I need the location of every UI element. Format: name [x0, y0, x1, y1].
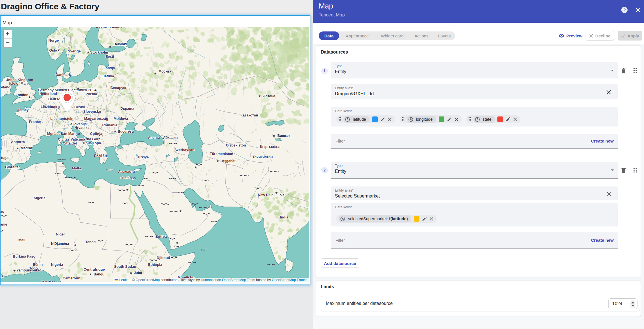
svg-text:Jersey: Jersey [17, 108, 29, 112]
svg-text:Polska: Polska [86, 92, 98, 96]
svg-text:Точикистон: Точикистон [252, 155, 273, 159]
svg-text:Monaco: Monaco [47, 132, 61, 136]
svg-text:Aşgabat: Aşgabat [222, 159, 236, 163]
svg-text:Mauritanie: Mauritanie [1, 222, 7, 226]
svg-text:Slovenija: Slovenija [71, 122, 87, 126]
svg-text:Civitas Vaticana: Civitas Vaticana [58, 137, 85, 141]
svg-text:London: London [16, 93, 28, 97]
svg-text:Bucureşti: Bucureşti [118, 130, 134, 133]
svg-text:Bangui: Bangui [94, 272, 105, 276]
svg-text:Suomi / Finland: Suomi / Finland [96, 27, 123, 29]
svg-text:Isle of Man: Isle of Man [9, 82, 28, 86]
svg-text:Кыргызстан: Кыргызстан [260, 145, 282, 149]
svg-text:Helsinki: Helsinki [113, 42, 127, 46]
svg-text:Апсны - Абхазия: Апсны - Абхазия [148, 136, 178, 140]
svg-text:Liberia: Liberia [1, 274, 4, 278]
svg-text:Беларусь: Беларусь [110, 86, 127, 90]
svg-text:Türkmenistan: Türkmenistan [210, 152, 233, 156]
svg-text:New Delhi: New Delhi [258, 193, 275, 197]
svg-text:Norge: Norge [48, 39, 59, 43]
svg-text:Türkiye: Türkiye [136, 155, 149, 159]
svg-text:South Sudan: South Sudan [114, 265, 136, 269]
svg-text:Crna Gora /: Crna Gora / [83, 137, 103, 141]
svg-text:Ireland: Ireland [1, 85, 10, 89]
svg-text:O'zbekiston: O'zbekiston [226, 143, 246, 147]
svg-text:Danmark: Danmark [56, 73, 71, 77]
svg-text:Gibraltar: Gibraltar [5, 165, 20, 169]
svg-text:Yamoussoukro: Yamoussoukro [16, 268, 42, 272]
svg-text:Hrvatska: Hrvatska [74, 126, 90, 130]
svg-text:Lëtzebuerg: Lëtzebuerg [41, 105, 60, 109]
svg-text:- Lefkoşa: - Lefkoşa [120, 176, 136, 180]
svg-text:A: A [342, 217, 344, 220]
svg-text:Portugal: Portugal [1, 156, 10, 160]
svg-text:Казакстан: Казакстан [240, 113, 258, 117]
svg-text:Mali: Mali [18, 238, 26, 242]
svg-text:Germany Munich Electronica 202: Germany Munich Electronica 2024 [38, 88, 97, 92]
svg-text:România: România [102, 123, 117, 127]
svg-text:Tchad: Tchad [85, 240, 96, 244]
svg-text:Liechtenstein: Liechtenstein [50, 117, 73, 121]
svg-text:Црна Гора: Црна Гора [83, 141, 101, 145]
svg-text:Cameroun: Cameroun [63, 276, 80, 280]
svg-text:Malabo: Malabo [41, 280, 54, 282]
svg-text:Magyarország: Magyarország [84, 117, 108, 121]
svg-text:N'Djaména: N'Djaména [51, 242, 69, 246]
svg-text:Lietuva: Lietuva [102, 74, 114, 78]
svg-text:United Kingdom: United Kingdom [5, 78, 33, 82]
svg-text:- Città del: - Città del [60, 141, 77, 145]
svg-text:Madrid: Madrid [21, 146, 32, 150]
svg-text:Србија: Србија [90, 132, 103, 136]
svg-text:Eritrea: Eritrea [155, 235, 167, 239]
svg-text:A: A [410, 118, 412, 121]
svg-text:Maroc: Maroc [1, 210, 4, 214]
svg-text:Астана: Астана [263, 94, 275, 98]
svg-text:Nigeria: Nigeria [51, 263, 64, 267]
svg-text:A: A [476, 118, 478, 121]
svg-text:Nederland: Nederland [39, 92, 57, 96]
svg-text:Λευκωσία: Λευκωσία [118, 170, 135, 174]
svg-text:Москва: Москва [159, 69, 171, 73]
svg-text:Malta: Malta [72, 166, 81, 170]
svg-text:Juba: Juba [134, 271, 142, 275]
svg-text:Бишкек: Бишкек [277, 134, 291, 138]
svg-text:Eesti: Eesti [105, 55, 114, 59]
svg-text:Oslo: Oslo [49, 48, 57, 52]
svg-text:A: A [347, 118, 349, 121]
svg-text:Sverige: Sverige [68, 49, 81, 53]
svg-text:India: India [280, 215, 288, 219]
svg-text:Niger: Niger [56, 232, 65, 236]
svg-text:Stockholm: Stockholm [90, 50, 108, 54]
svg-text:Andorra: Andorra [11, 140, 25, 144]
svg-text:Ελλάδα: Ελλάδα [94, 154, 107, 158]
svg-text:Moldova: Moldova [113, 117, 128, 121]
svg-text:Ethiopia: Ethiopia [148, 263, 162, 267]
svg-text:San Marino: San Marino [61, 132, 80, 136]
svg-text:Algérie: Algérie [33, 196, 46, 200]
svg-text:Україна: Україна [121, 107, 135, 111]
svg-text:Burkina Faso: Burkina Faso [13, 254, 35, 258]
svg-text:France: France [29, 120, 41, 124]
svg-text:Djibouti: Djibouti [157, 256, 170, 260]
svg-text:Česko: Česko [74, 105, 85, 109]
svg-text:Centrafrique: Centrafrique [84, 268, 105, 271]
svg-text:Slovensko: Slovensko [83, 110, 101, 114]
svg-text:Bénin: Bénin [33, 263, 43, 267]
svg-text:Azerbaycan: Azerbaycan [174, 148, 195, 152]
svg-text:Latvija: Latvija [104, 66, 115, 70]
